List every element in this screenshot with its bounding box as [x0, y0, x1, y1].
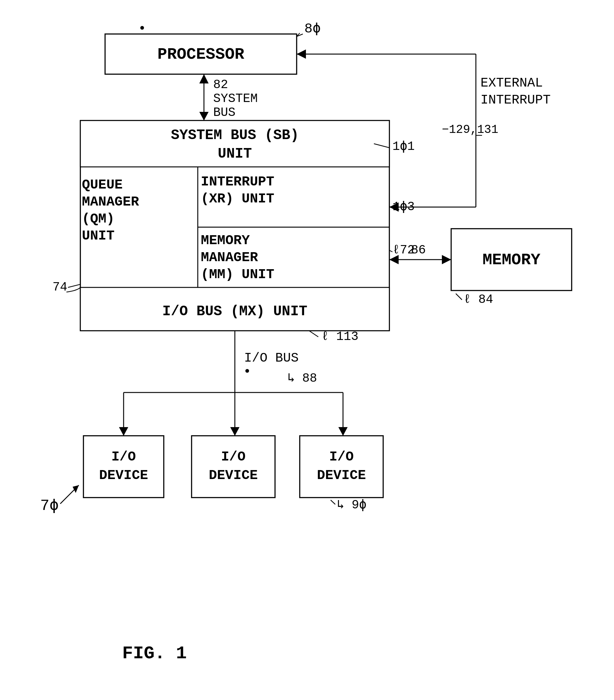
sb-unit-label-1: SYSTEM BUS (SB): [171, 127, 299, 143]
svg-rect-39: [300, 436, 383, 498]
ref-101: 1ϕ1: [392, 140, 415, 154]
memory-label: MEMORY: [483, 251, 540, 269]
xr-label-2: (XR) UNIT: [201, 191, 274, 207]
ref-74: 74: [52, 280, 67, 294]
sb-unit-label-2: UNIT: [218, 146, 252, 162]
processor-label: PROCESSOR: [158, 46, 245, 64]
ref-86: 86: [411, 243, 426, 257]
mm-label-1: MEMORY: [201, 233, 250, 248]
svg-rect-38: [191, 436, 275, 498]
ref-113: ℓ 113: [321, 330, 359, 344]
ref-84: ℓ 84: [464, 293, 493, 307]
io-device-3-label-2: DEVICE: [317, 467, 366, 483]
io-bus-unit-label: I/O BUS (MX) UNIT: [162, 303, 307, 320]
svg-point-43: [140, 26, 144, 30]
qm-label-2: MANAGER: [82, 194, 139, 210]
xr-label-1: INTERRUPT: [201, 174, 274, 189]
svg-rect-37: [84, 436, 164, 498]
io-bus-label: I/O BUS: [244, 351, 299, 366]
ref-129-131: −129,131: [442, 123, 498, 136]
mm-label-2: MANAGER: [201, 250, 258, 265]
io-device-2-label-2: DEVICE: [209, 467, 258, 483]
qm-label-3: (QM): [82, 211, 115, 226]
ref-80: 8ϕ: [304, 21, 321, 36]
svg-point-44: [245, 369, 249, 373]
ref-70: 7ϕ: [40, 497, 59, 515]
ref-88: ↳ 88: [287, 372, 317, 385]
diagram-container: PROCESSOR 8ϕ SYSTEM BUS (SB) UNIT QUEUE …: [0, 0, 614, 700]
mm-label-3: (MM) UNIT: [201, 267, 274, 282]
io-device-2-label-1: I/O: [221, 449, 245, 464]
io-device-1-label-2: DEVICE: [99, 467, 148, 483]
io-device-3-label-1: I/O: [329, 449, 353, 464]
figure-caption: FIG. 1: [122, 643, 187, 664]
io-device-1-label-1: I/O: [111, 449, 136, 464]
ref-90: ↳ 9ϕ: [337, 498, 366, 512]
ext-interrupt-label-2: INTERRUPT: [480, 93, 551, 108]
sys-bus-ref-82: 82: [213, 78, 228, 92]
qm-label-1: QUEUE: [82, 177, 123, 192]
sys-bus-label-1: SYSTEM: [213, 92, 258, 106]
qm-label-4: UNIT: [82, 228, 115, 243]
sys-bus-label-2: BUS: [213, 106, 236, 120]
ext-interrupt-label-1: EXTERNAL: [480, 76, 543, 90]
